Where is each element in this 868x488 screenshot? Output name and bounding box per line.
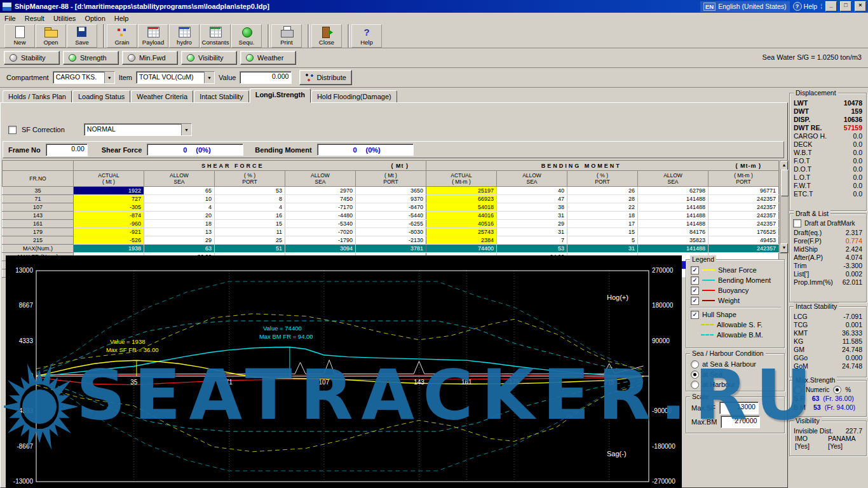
visibility-mode-button[interactable]: Visibility <box>181 51 237 65</box>
numeric-radio[interactable] <box>794 386 802 394</box>
table-cell[interactable]: 31 <box>497 212 567 220</box>
table-cell[interactable]: 242357 <box>709 195 779 203</box>
table-cell[interactable]: 727 <box>74 195 144 203</box>
at-sea-harbour-radio[interactable] <box>691 360 699 369</box>
table-cell[interactable]: 54018 <box>426 203 497 212</box>
table-cell[interactable]: 20 <box>144 212 215 220</box>
table-cell[interactable]: 31 <box>497 228 567 236</box>
table-cell[interactable]: 26 <box>567 187 638 195</box>
table-cell[interactable]: -2130 <box>356 236 426 245</box>
fr-no-cell[interactable]: 71 <box>3 195 74 203</box>
table-cell[interactable]: 9370 <box>356 195 426 203</box>
close-window-button[interactable]: × <box>855 1 866 11</box>
tab-intact-stability[interactable]: Intact Stability <box>194 90 248 104</box>
hull-shape-checkbox[interactable]: ✓ <box>691 311 699 319</box>
tab-loading-status[interactable]: Loading Status <box>72 90 130 104</box>
table-cell[interactable]: -1790 <box>285 236 356 245</box>
fr-no-cell[interactable]: 215 <box>3 236 74 245</box>
tab-longi-strength[interactable]: Longi.Strength <box>250 88 311 103</box>
min-fwd-mode-button[interactable]: Min.Fwd <box>122 51 178 65</box>
table-cell[interactable]: 25 <box>215 236 285 245</box>
radio-at-sea-harbour[interactable]: at Sea & Harbour <box>686 359 784 369</box>
open-button[interactable]: Open <box>36 24 66 48</box>
max-bm-input[interactable]: 270000 <box>721 416 760 428</box>
table-cell[interactable]: -5440 <box>356 212 426 220</box>
help-button[interactable]: ?Help <box>351 24 382 48</box>
sf-correction-checkbox[interactable] <box>8 126 17 134</box>
payload-button[interactable]: Payload <box>138 24 168 48</box>
bending-moment-checkbox[interactable]: ✓ <box>691 276 699 285</box>
table-cell[interactable]: 31 <box>567 245 638 253</box>
table-cell[interactable]: -6255 <box>356 220 426 228</box>
fr-no-cell[interactable]: 161 <box>3 220 74 228</box>
sequ-button[interactable]: Sequ. <box>231 24 262 48</box>
table-cell[interactable]: 7 <box>497 236 567 245</box>
save-button[interactable]: Save <box>67 24 97 48</box>
table-cell[interactable]: 84176 <box>638 228 709 236</box>
table-cell[interactable]: 3650 <box>356 187 426 195</box>
table-cell[interactable]: 2970 <box>285 187 356 195</box>
table-cell[interactable]: -5340 <box>285 220 356 228</box>
table-cell[interactable]: 16 <box>215 212 285 220</box>
new-button[interactable]: New <box>4 24 35 48</box>
table-cell[interactable]: -305 <box>74 203 144 212</box>
item-select[interactable]: TOTAL VOL(CuM) ▼ <box>136 71 215 84</box>
radio-at-harbour[interactable]: at Harbour <box>686 379 784 390</box>
table-cell[interactable]: 47 <box>497 195 567 203</box>
chevron-down-icon[interactable]: ▼ <box>181 124 191 135</box>
tab-weather-criteria[interactable]: Weather Criteria <box>131 90 193 104</box>
language-code-badge[interactable]: EN <box>703 3 715 11</box>
table-cell[interactable]: 53 <box>215 187 285 195</box>
menu-item-utilities[interactable]: Utilities <box>49 14 80 23</box>
percent-radio[interactable] <box>833 386 841 394</box>
strength-mode-button[interactable]: Strength <box>63 51 119 65</box>
table-cell[interactable]: 66923 <box>426 195 497 203</box>
table-cell[interactable]: 13 <box>144 228 215 236</box>
table-cell[interactable]: 18 <box>144 220 215 228</box>
language-bar[interactable]: EN English (United States) <box>700 1 790 12</box>
table-cell[interactable]: 40 <box>497 187 567 195</box>
table-cell[interactable]: 141488 <box>638 203 709 212</box>
menu-item-help[interactable]: Help <box>110 14 133 23</box>
menu-item-file[interactable]: File <box>0 14 20 23</box>
fr-no-cell[interactable]: 35 <box>3 187 74 195</box>
table-cell[interactable]: 44016 <box>426 212 497 220</box>
weather-mode-button[interactable]: Weather <box>240 51 296 65</box>
table-cell[interactable]: 38 <box>497 203 567 212</box>
max-sf-input[interactable]: 13000 <box>719 402 759 414</box>
draft-at-draftmark-checkbox[interactable] <box>793 219 801 227</box>
table-cell[interactable]: 141488 <box>638 220 709 228</box>
table-cell[interactable]: 65 <box>144 187 215 195</box>
strength-chart[interactable]: 13000866743330-4333-8667-130002700001800… <box>6 255 682 488</box>
table-cell[interactable]: 141488 <box>638 195 709 203</box>
radio-at-sea[interactable]: at Sea <box>686 369 784 379</box>
table-cell[interactable]: 40516 <box>426 220 497 228</box>
maximize-button[interactable]: □ <box>840 1 851 11</box>
table-cell[interactable]: 242357 <box>709 245 779 253</box>
table-cell[interactable]: 25197 <box>426 187 497 195</box>
table-cell[interactable]: 15 <box>567 228 638 236</box>
table-cell[interactable]: 4 <box>144 203 215 212</box>
fr-no-cell[interactable]: MAX(Num.) <box>3 245 74 253</box>
table-cell[interactable]: 15 <box>215 220 285 228</box>
frame-no-input[interactable]: 0.00 <box>46 144 88 156</box>
table-cell[interactable]: 3094 <box>285 245 356 253</box>
hydro-button[interactable]: hydro <box>169 24 200 48</box>
table-cell[interactable]: 8 <box>215 195 285 203</box>
table-cell[interactable]: -7170 <box>285 203 356 212</box>
table-cell[interactable]: 53 <box>497 245 567 253</box>
table-cell[interactable]: 29 <box>144 236 215 245</box>
table-cell[interactable]: 51 <box>215 245 285 253</box>
table-cell[interactable]: 96771 <box>709 187 779 195</box>
table-cell[interactable]: 63 <box>144 245 215 253</box>
fr-no-cell[interactable]: 179 <box>3 228 74 236</box>
table-cell[interactable]: 1922 <box>74 187 144 195</box>
table-cell[interactable]: -960 <box>74 220 144 228</box>
table-cell[interactable]: 242357 <box>709 203 779 212</box>
table-cell[interactable]: 2384 <box>426 236 497 245</box>
distribute-button[interactable]: Distribute <box>299 70 351 85</box>
compartment-select[interactable]: CARGO TKS. ▼ <box>53 71 115 84</box>
titlebar-help[interactable]: ? Help <box>793 2 818 11</box>
print-button[interactable]: Print <box>271 24 302 48</box>
table-cell[interactable]: -921 <box>74 228 144 236</box>
